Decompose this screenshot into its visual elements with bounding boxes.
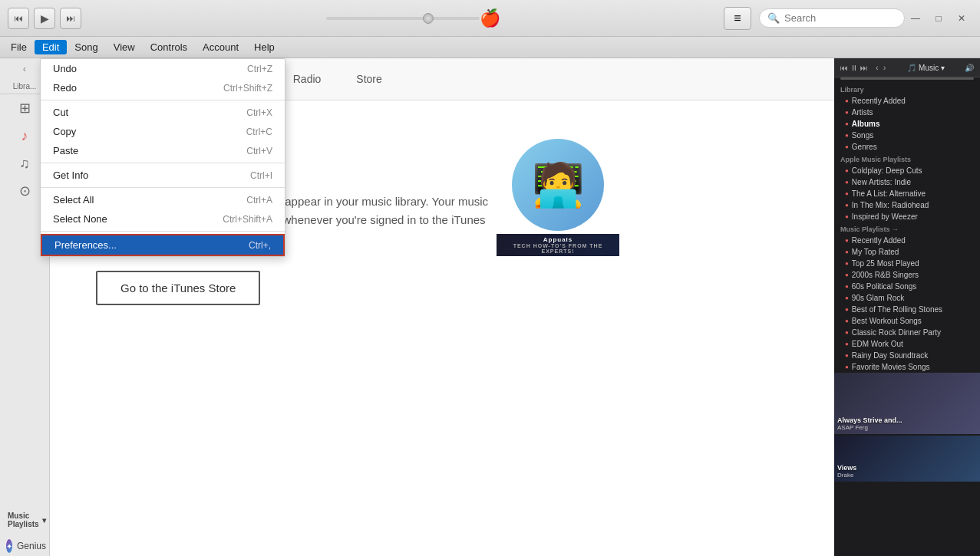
music-playlists-section: Music Playlists ▾ bbox=[0, 504, 49, 536]
rp-dot-icon: ● bbox=[845, 202, 849, 209]
rp-artists[interactable]: ●Artists bbox=[834, 107, 980, 118]
menu-select-none[interactable]: Select None Ctrl+Shift+A bbox=[41, 209, 285, 229]
rp-dot-icon: ● bbox=[845, 213, 849, 220]
rp-album-covers: Always Strive and... ASAP Ferg Views Dra… bbox=[834, 373, 980, 482]
rp-pl-top-rated[interactable]: ●My Top Rated bbox=[834, 246, 980, 258]
window-controls: — □ ✕ bbox=[905, 9, 972, 28]
rp-pl-top25[interactable]: ●Top 25 Most Played bbox=[834, 258, 980, 269]
progress-thumb[interactable] bbox=[423, 13, 434, 24]
progress-container bbox=[97, 17, 708, 20]
undo-label: Undo bbox=[53, 63, 77, 74]
rp-a-list[interactable]: ●The A List: Alternative bbox=[834, 188, 980, 199]
rp-cover-asap[interactable]: Always Strive and... ASAP Ferg bbox=[834, 373, 980, 434]
menu-preferences[interactable]: Preferences... Ctrl+, bbox=[41, 234, 285, 256]
rp-cover-text-asap: Always Strive and... ASAP Ferg bbox=[837, 416, 902, 431]
rp-dot-icon: ● bbox=[845, 237, 849, 244]
sidebar-toggle-button[interactable]: ≡ bbox=[724, 7, 751, 30]
rp-pl-rainy[interactable]: ●Rainy Day Soundtrack bbox=[834, 350, 980, 361]
music-playlists-label: Music Playlists bbox=[8, 512, 39, 528]
tab-store[interactable]: Store bbox=[340, 67, 398, 90]
genius-label: Genius bbox=[17, 541, 46, 551]
sidebar-toggle-icon: ≡ bbox=[734, 12, 741, 25]
rp-dot-icon: ● bbox=[845, 271, 849, 278]
menu-get-info[interactable]: Get Info Ctrl+I bbox=[41, 166, 285, 185]
select-none-shortcut: Ctrl+Shift+A bbox=[223, 214, 272, 225]
menu-file[interactable]: File bbox=[3, 40, 35, 54]
rp-coldplay[interactable]: ●Coldplay: Deep Cuts bbox=[834, 165, 980, 176]
menu-view[interactable]: View bbox=[106, 40, 143, 54]
music-playlists-title[interactable]: Music Playlists ▾ bbox=[3, 510, 46, 530]
rp-forward-nav[interactable]: › bbox=[882, 63, 888, 72]
menu-edit[interactable]: Edit bbox=[35, 40, 67, 54]
menu-bar: File Edit Song View Controls Account Hel… bbox=[0, 37, 980, 58]
media-controls: ⏮ ▶ ⏭ bbox=[8, 8, 81, 29]
menu-select-all[interactable]: Select All Ctrl+A bbox=[41, 190, 285, 209]
rp-radiohead[interactable]: ●In The Mix: Radiohead bbox=[834, 199, 980, 211]
rp-weezer[interactable]: ●Inspired by Weezer bbox=[834, 211, 980, 222]
rp-rewind-icon[interactable]: ⏮ bbox=[840, 64, 848, 72]
appuals-mascot-area: 🧑‍💻 Appuals TECH HOW-TO'S FROM THE EXPER… bbox=[481, 123, 635, 277]
menu-paste[interactable]: Paste Ctrl+V bbox=[41, 141, 285, 160]
tab-radio[interactable]: Radio bbox=[277, 67, 338, 90]
separator-1 bbox=[41, 100, 285, 100]
rp-new-artists[interactable]: ●New Artists: Indie bbox=[834, 176, 980, 188]
rp-forward-icon[interactable]: ⏭ bbox=[860, 64, 868, 72]
rp-volume-icon: 🔊 bbox=[965, 64, 974, 72]
genius-item[interactable]: ✦ Genius bbox=[0, 536, 49, 556]
restore-button[interactable]: □ bbox=[928, 9, 949, 28]
fastforward-button[interactable]: ⏭ bbox=[60, 8, 81, 29]
rp-dot-icon: ● bbox=[845, 341, 849, 347]
menu-song[interactable]: Song bbox=[67, 40, 105, 54]
rp-pl-rolling-stones[interactable]: ●Best of The Rolling Stones bbox=[834, 304, 980, 315]
rp-pl-60s[interactable]: ●60s Political Songs bbox=[834, 281, 980, 292]
rp-pl-2000s[interactable]: ●2000s R&B Singers bbox=[834, 269, 980, 281]
rp-pl-movies[interactable]: ●Favorite Movies Songs bbox=[834, 361, 980, 373]
rp-pl-recently-added[interactable]: ●Recently Added bbox=[834, 235, 980, 246]
rp-cover-drake[interactable]: Views Drake bbox=[834, 436, 980, 482]
rp-apple-playlists-section: Apple Music Playlists bbox=[834, 153, 980, 165]
search-box[interactable]: 🔍 bbox=[759, 8, 905, 28]
minimize-button[interactable]: — bbox=[905, 9, 926, 28]
go-to-itunes-button[interactable]: Go to the iTunes Store bbox=[96, 271, 260, 305]
menu-controls[interactable]: Controls bbox=[143, 40, 195, 54]
rp-music-label: 🎵 Music ▾ bbox=[890, 64, 962, 72]
rp-dot-icon: ● bbox=[845, 167, 849, 174]
menu-cut[interactable]: Cut Ctrl+X bbox=[41, 103, 285, 122]
rp-pl-90s-glam[interactable]: ●90s Glam Rock bbox=[834, 292, 980, 304]
search-input[interactable] bbox=[784, 12, 896, 24]
rp-pause-icon[interactable]: ⏸ bbox=[850, 64, 858, 72]
menu-redo[interactable]: Redo Ctrl+Shift+Z bbox=[41, 78, 285, 97]
search-icon: 🔍 bbox=[767, 12, 780, 24]
rp-pl-edm[interactable]: ●EDM Work Out bbox=[834, 338, 980, 350]
play-button[interactable]: ▶ bbox=[34, 8, 55, 29]
mascot-container: 🧑‍💻 Appuals TECH HOW-TO'S FROM THE EXPER… bbox=[497, 139, 619, 262]
progress-track[interactable] bbox=[326, 17, 480, 20]
rp-songs[interactable]: ●Songs bbox=[834, 130, 980, 141]
menu-account[interactable]: Account bbox=[195, 40, 246, 54]
menu-copy[interactable]: Copy Ctrl+C bbox=[41, 122, 285, 141]
rp-back-nav[interactable]: ‹ bbox=[874, 63, 880, 72]
separator-2 bbox=[41, 163, 285, 163]
get-info-shortcut: Ctrl+I bbox=[250, 170, 272, 181]
rp-albums[interactable]: ●Albums bbox=[834, 118, 980, 130]
rp-dot-icon: ● bbox=[845, 283, 849, 290]
rp-pl-dinner[interactable]: ●Classic Rock Dinner Party bbox=[834, 327, 980, 338]
rp-music-playlists-section[interactable]: Music Playlists → bbox=[834, 222, 980, 235]
rp-controls: ⏮ ⏸ ⏭ bbox=[840, 64, 868, 72]
preferences-label: Preferences... bbox=[54, 239, 117, 251]
rp-genres[interactable]: ●Genres bbox=[834, 141, 980, 153]
copy-shortcut: Ctrl+C bbox=[246, 127, 272, 137]
menu-undo[interactable]: Undo Ctrl+Z bbox=[41, 59, 285, 78]
paste-shortcut: Ctrl+V bbox=[246, 146, 272, 156]
menu-help[interactable]: Help bbox=[246, 40, 282, 54]
music-playlists-arrow: ▾ bbox=[42, 516, 46, 525]
rp-pl-workout[interactable]: ●Best Workout Songs bbox=[834, 315, 980, 327]
rp-recently-added[interactable]: ●Recently Added bbox=[834, 95, 980, 107]
mascot-circle: 🧑‍💻 bbox=[512, 139, 604, 231]
rp-header: ⏮ ⏸ ⏭ ‹ › 🎵 Music ▾ 🔊 bbox=[834, 58, 980, 77]
rp-volume-bar[interactable] bbox=[840, 77, 974, 80]
rewind-button[interactable]: ⏮ bbox=[8, 8, 29, 29]
preferences-shortcut: Ctrl+, bbox=[249, 240, 271, 251]
close-button[interactable]: ✕ bbox=[951, 9, 972, 28]
select-none-label: Select None bbox=[53, 213, 107, 225]
